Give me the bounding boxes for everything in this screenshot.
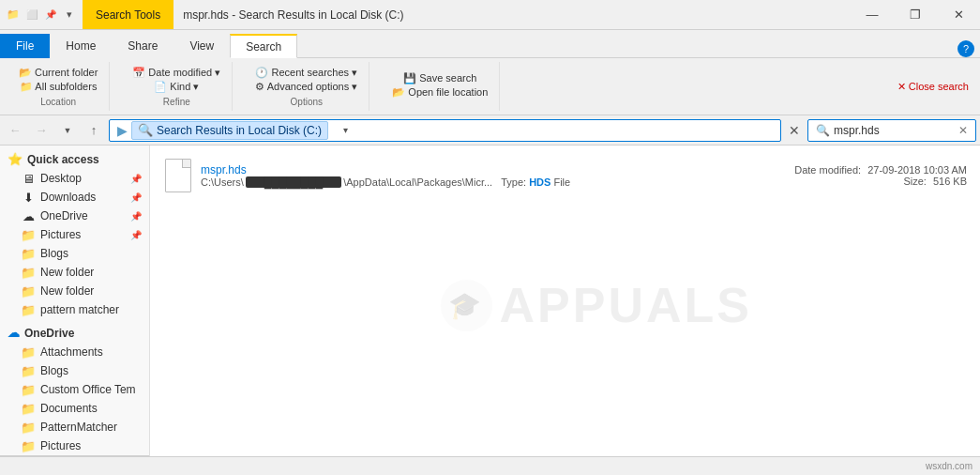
window-controls: — ❐ ✕ — [851, 0, 980, 29]
search-clear-button[interactable]: ✕ — [958, 124, 968, 137]
title-bar: 📁 ⬜ 📌 ▾ Search Tools mspr.hds - Search R… — [0, 0, 980, 30]
kind-btn[interactable]: 📄 Kind ▾ — [150, 80, 203, 94]
breadcrumb-text: Search Results in Local Disk (C:) — [157, 124, 322, 137]
hds-badge: HDS — [529, 176, 550, 188]
newfolder1-icon: 📁 — [21, 265, 36, 280]
breadcrumb-item[interactable]: 🔍 Search Results in Local Disk (C:) — [131, 121, 328, 140]
recent-searches-btn[interactable]: 🕐 Recent searches ▾ — [251, 66, 361, 80]
pin-icon: 📌 — [43, 8, 58, 23]
size-value: 516 KB — [933, 176, 967, 187]
tab-home[interactable]: Home — [50, 34, 112, 58]
credit-text: wsxdn.com — [926, 461, 972, 471]
ribbon-group-options: 🕐 Recent searches ▾ ⚙ Advanced options ▾… — [244, 62, 369, 111]
search-icon: 🔍 — [816, 124, 830, 137]
blogs-od-icon: 📁 — [21, 363, 36, 378]
blogs-icon-qa: 📁 — [21, 246, 36, 261]
pin-icon-downloads: 📌 — [130, 192, 142, 203]
quick-access-header[interactable]: ⭐ Quick access — [0, 149, 149, 169]
sidebar-item-desktop[interactable]: 🖥 Desktop 📌 — [0, 169, 149, 188]
maximize-button[interactable]: ❐ — [894, 0, 937, 30]
watermark-logo: 🎓 APPUALS — [441, 277, 752, 333]
pattern-matcher-od-icon: 📁 — [21, 420, 36, 435]
tab-file[interactable]: File — [0, 34, 50, 58]
search-value: mspr.hds — [834, 124, 955, 137]
file-name: mspr.hds — [201, 163, 794, 176]
date-label: Date modified: — [794, 164, 861, 176]
pictures-icon-qa: 📁 — [21, 227, 36, 242]
pin-icon-pictures: 📌 — [130, 230, 142, 240]
all-subfolders-btn[interactable]: 📁 All subfolders — [16, 80, 100, 94]
pictures-od-icon: 📁 — [21, 438, 36, 453]
ribbon-group-save: 💾 Save search 📂 Open file location — [381, 62, 500, 111]
current-folder-btn[interactable]: 📂 Current folder — [15, 66, 101, 80]
undo-icon: ⬜ — [24, 8, 39, 23]
sidebar-item-blogs-od[interactable]: 📁 Blogs — [0, 361, 149, 380]
open-file-location-btn[interactable]: 📂 Open file location — [388, 85, 491, 100]
file-path-mid: \AppData\Local\Packages\Micr... — [343, 176, 492, 188]
cloud-icon: ☁ — [8, 326, 20, 340]
type-label: Type: — [501, 176, 526, 188]
ribbon-group-refine: 📅 Date modified ▾ 📄 Kind ▾ Refine — [121, 62, 233, 111]
sidebar-item-downloads[interactable]: ⬇ Downloads 📌 — [0, 188, 149, 207]
status-bar: wsxdn.com — [0, 456, 980, 475]
advanced-options-btn[interactable]: ⚙ Advanced options ▾ — [251, 80, 361, 94]
tab-share[interactable]: Share — [112, 34, 173, 58]
sidebar-item-pattern-matcher-od[interactable]: 📁 PatternMatcher — [0, 418, 149, 437]
ribbon: File Home Share View Search ? 📂 Current … — [0, 30, 980, 115]
pin-icon-desktop: 📌 — [130, 174, 142, 184]
search-tools-tab[interactable]: Search Tools — [83, 0, 173, 29]
address-bar[interactable]: ▶ 🔍 Search Results in Local Disk (C:) ▾ — [109, 119, 781, 142]
forward-button[interactable]: → — [30, 119, 53, 142]
address-clear-button[interactable]: ✕ — [785, 119, 804, 142]
documents-icon: 📁 — [21, 401, 36, 416]
main-area: ⭐ Quick access 🖥 Desktop 📌 ⬇ Downloads 📌… — [0, 146, 980, 465]
custom-office-icon: 📁 — [21, 382, 36, 397]
attachments-icon: 📁 — [21, 345, 36, 360]
sidebar-item-pattern-matcher[interactable]: 📁 pattern matcher — [0, 300, 149, 319]
sidebar: ⭐ Quick access 🖥 Desktop 📌 ⬇ Downloads 📌… — [0, 146, 150, 465]
star-icon: ⭐ — [8, 152, 23, 166]
sidebar-item-documents[interactable]: 📁 Documents — [0, 399, 149, 418]
close-search-btn[interactable]: ✕ Close search — [894, 80, 972, 94]
window-title: mspr.hds - Search Results in Local Disk … — [173, 0, 851, 29]
down-icon: ▾ — [62, 8, 77, 23]
back-button[interactable]: ← — [4, 119, 26, 142]
file-meta: Date modified: 27-09-2018 10:03 AM Size:… — [794, 164, 967, 187]
content-area: 🎓 APPUALS mspr.hds C:\Users\████████\App… — [150, 146, 980, 465]
sidebar-item-newfolder1[interactable]: 📁 New folder — [0, 263, 149, 282]
size-label: Size: — [903, 176, 926, 187]
sidebar-item-attachments[interactable]: 📁 Attachments — [0, 343, 149, 361]
pattern-matcher-icon: 📁 — [21, 302, 36, 317]
file-icon-area — [163, 157, 193, 194]
search-box[interactable]: 🔍 mspr.hds ✕ — [807, 119, 976, 142]
help-button[interactable]: ? — [957, 40, 974, 57]
address-folder-icon: ▶ — [117, 123, 128, 138]
watermark: 🎓 APPUALS — [441, 277, 752, 333]
ribbon-content: 📂 Current folder 📁 All subfolders Locati… — [0, 58, 980, 115]
type-rest: File — [553, 176, 570, 188]
sidebar-item-newfolder2[interactable]: 📁 New folder — [0, 282, 149, 300]
sidebar-item-blogs-qa[interactable]: 📁 Blogs — [0, 244, 149, 263]
sidebar-item-onedrive-qa[interactable]: ☁ OneDrive 📌 — [0, 207, 149, 225]
address-dropdown-button[interactable]: ▾ — [336, 119, 354, 142]
title-bar-icon-area: 📁 ⬜ 📌 ▾ — [0, 0, 83, 29]
tab-view[interactable]: View — [173, 34, 230, 58]
recent-locations-button[interactable]: ▼ — [56, 119, 79, 142]
file-path: C:\Users\████████\AppData\Local\Packages… — [201, 176, 794, 188]
save-search-btn[interactable]: 💾 Save search — [400, 71, 480, 85]
search-tools-label: Search Tools — [96, 8, 160, 22]
desktop-icon: 🖥 — [21, 171, 36, 186]
sidebar-item-pictures-qa[interactable]: 📁 Pictures 📌 — [0, 225, 149, 244]
up-button[interactable]: ↑ — [83, 119, 105, 142]
ribbon-group-location: 📂 Current folder 📁 All subfolders Locati… — [8, 62, 110, 111]
tab-search[interactable]: Search — [230, 34, 297, 58]
close-button[interactable]: ✕ — [937, 0, 980, 30]
onedrive-header[interactable]: ☁ OneDrive — [0, 323, 149, 343]
sidebar-item-custom-office[interactable]: 📁 Custom Office Tem — [0, 380, 149, 399]
file-item[interactable]: mspr.hds C:\Users\████████\AppData\Local… — [158, 153, 972, 198]
date-modified-btn[interactable]: 📅 Date modified ▾ — [128, 66, 224, 80]
address-bar-row: ← → ▼ ↑ ▶ 🔍 Search Results in Local Disk… — [0, 115, 980, 146]
sidebar-item-pictures-od[interactable]: 📁 Pictures — [0, 437, 149, 455]
minimize-button[interactable]: — — [851, 0, 894, 30]
redacted-path: ████████ — [246, 176, 341, 188]
